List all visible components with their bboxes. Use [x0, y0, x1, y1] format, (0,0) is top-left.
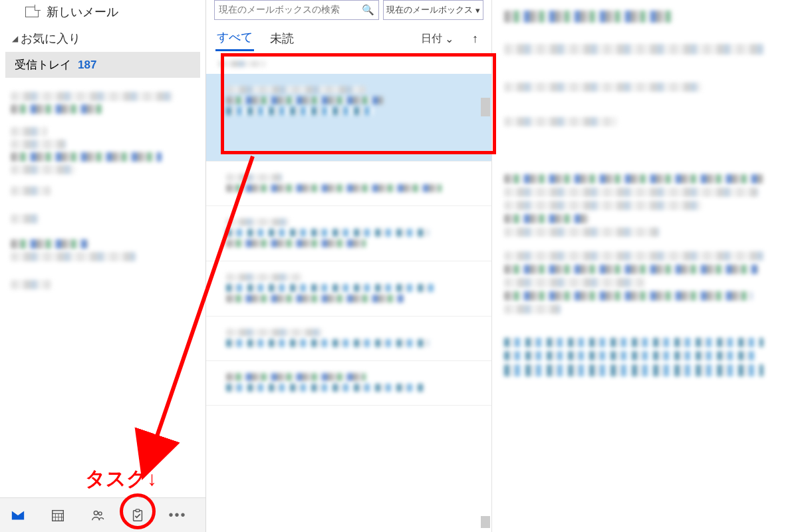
message-item[interactable] — [206, 261, 491, 317]
svg-point-7 — [98, 511, 102, 515]
reading-pane — [492, 0, 798, 532]
inbox-folder[interactable]: 受信トレイ 187 — [5, 52, 200, 78]
sort-direction-button[interactable]: ↑ — [468, 32, 482, 46]
caret-icon: ◢ — [12, 34, 18, 43]
message-list-pane: 現在のメールボックスの検索 🔍 現在のメールボックス ▾ すべて 未読 日付 ⌄… — [206, 0, 492, 532]
tab-unread[interactable]: 未読 — [269, 28, 295, 51]
search-input[interactable]: 現在のメールボックスの検索 🔍 — [214, 0, 379, 20]
svg-point-6 — [94, 511, 98, 515]
tab-all[interactable]: すべて — [215, 27, 254, 51]
favorites-label: お気に入り — [21, 31, 80, 47]
scope-label: 現在のメールボックス — [386, 4, 473, 16]
calendar-icon — [51, 508, 65, 523]
message-item[interactable] — [206, 74, 491, 162]
new-mail-icon — [25, 7, 39, 17]
bottom-nav-bar: ••• — [0, 497, 205, 532]
people-icon — [90, 508, 105, 523]
message-item[interactable] — [206, 162, 491, 206]
list-date-header — [206, 55, 491, 74]
scrollbar-corner — [481, 516, 490, 528]
new-mail-label: 新しいメール — [47, 4, 118, 20]
chevron-down-icon: ⌄ — [445, 33, 454, 45]
message-item[interactable] — [206, 361, 491, 406]
nav-people-button[interactable] — [86, 504, 109, 527]
overflow-icon: ••• — [168, 507, 186, 523]
chevron-down-icon: ▾ — [475, 5, 480, 15]
scrollbar-thumb[interactable] — [481, 98, 490, 116]
nav-mail-button[interactable] — [7, 504, 29, 527]
search-icon: 🔍 — [362, 4, 374, 16]
message-item[interactable] — [206, 317, 491, 361]
nav-overflow-button[interactable]: ••• — [166, 504, 189, 527]
sort-menu[interactable]: 日付 ⌄ — [421, 32, 454, 46]
message-list — [206, 51, 491, 532]
mail-icon — [11, 508, 25, 523]
folder-sidebar: 新しいメール ◢ お気に入り 受信トレイ 187 — [0, 0, 206, 532]
svg-rect-9 — [136, 509, 140, 511]
tasks-icon — [130, 508, 145, 523]
message-item[interactable] — [206, 206, 491, 261]
search-placeholder: 現在のメールボックスの検索 — [219, 4, 340, 16]
favorites-header[interactable]: ◢ お気に入り — [0, 27, 205, 51]
inbox-unread-count: 187 — [78, 59, 96, 72]
sort-label-text: 日付 — [421, 32, 442, 46]
inbox-label: 受信トレイ — [15, 57, 71, 72]
nav-tasks-button[interactable] — [126, 504, 149, 527]
search-scope-select[interactable]: 現在のメールボックス ▾ — [383, 0, 483, 20]
nav-calendar-button[interactable] — [47, 504, 69, 527]
folder-tree — [0, 79, 205, 497]
new-mail-button[interactable]: 新しいメール — [0, 0, 205, 27]
